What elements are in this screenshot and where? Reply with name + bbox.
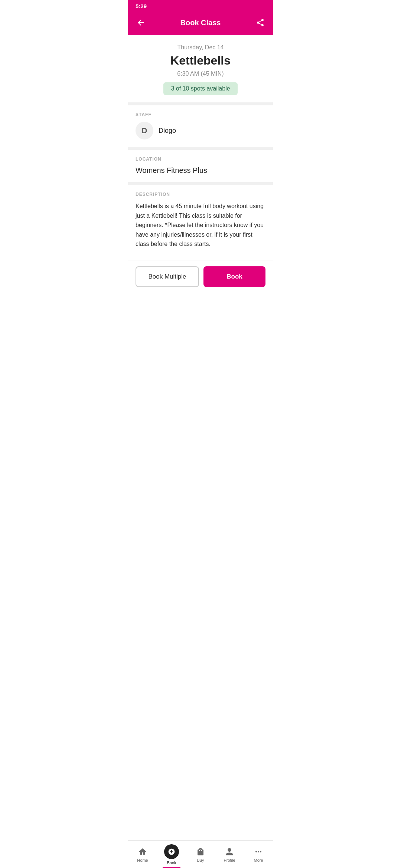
spots-available-badge: 3 of 10 spots available [163,82,237,95]
class-time: 6:30 AM (45 MIN) [136,70,265,77]
class-date: Thursday, Dec 14 [136,44,265,51]
status-bar: 5:29 [128,0,273,12]
section-divider-2 [128,147,273,150]
description-label: DESCRIPTION [136,192,265,197]
staff-label: STAFF [136,112,265,117]
book-multiple-button[interactable]: Book Multiple [136,266,199,287]
share-button[interactable] [254,16,267,29]
class-name: Kettlebells [136,54,265,68]
description-section: DESCRIPTION Kettlebells is a 45 minute f… [128,185,273,260]
status-time: 5:29 [136,3,147,9]
location-section: LOCATION Womens Fitness Plus [128,150,273,182]
staff-avatar: D [136,122,153,139]
class-info-section: Thursday, Dec 14 Kettlebells 6:30 AM (45… [128,35,273,102]
staff-section: STAFF D Diogo [128,105,273,147]
bottom-actions: Book Multiple Book [128,260,273,293]
staff-item: D Diogo [136,122,265,143]
staff-name: Diogo [159,127,176,135]
section-divider-3 [128,182,273,185]
location-name: Womens Fitness Plus [136,166,265,178]
book-button[interactable]: Book [203,266,265,287]
location-label: LOCATION [136,157,265,162]
section-divider [128,102,273,105]
header: Book Class [128,12,273,35]
description-text: Kettlebells is a 45 minute full body wor… [136,201,265,256]
page-title: Book Class [180,19,221,27]
back-button[interactable] [134,16,147,29]
